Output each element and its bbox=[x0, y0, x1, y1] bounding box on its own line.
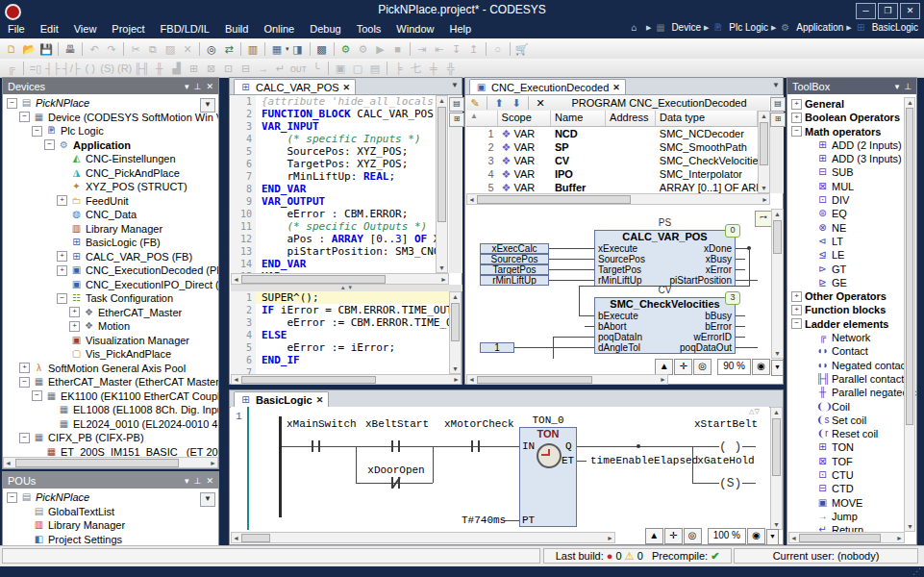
toolbar-dropdown-icon[interactable]: ▾ bbox=[286, 45, 289, 53]
coil-label-xgatehold[interactable]: xGateHold bbox=[690, 455, 762, 466]
toolbox-item-tof[interactable]: ⊠TOF bbox=[787, 455, 916, 468]
toolbar-button-store[interactable]: 🛒 bbox=[514, 41, 530, 57]
menu-item-project[interactable]: Project bbox=[104, 21, 152, 37]
pin-icon[interactable]: ⊥ bbox=[194, 476, 202, 486]
contact-xbeltstart[interactable] bbox=[398, 440, 400, 452]
minimize-button[interactable]: ─ bbox=[856, 3, 876, 19]
toolbar-button-step-into[interactable]: ⇤ bbox=[432, 41, 447, 57]
tree-item-cnc-data[interactable]: ◍CNC_Data bbox=[3, 208, 218, 222]
select-cursor-icon[interactable]: ▲ bbox=[655, 359, 673, 375]
input-pin-xexecute[interactable]: xExecute bbox=[598, 243, 637, 254]
fbd-network-editor[interactable]: PSCALC_VAR_POSxExecutexDoneSourcePosxBus… bbox=[466, 205, 758, 359]
contact-label-xbeltstart[interactable]: xBeltStart bbox=[365, 418, 427, 430]
sort-column-header[interactable]: ▲ bbox=[466, 111, 498, 126]
toolbox-category-other-operators[interactable]: +Other Operators bbox=[787, 289, 916, 303]
declaration-vscrollbar[interactable]: ▲▼ bbox=[436, 95, 448, 273]
expander-icon[interactable]: − bbox=[57, 293, 67, 304]
toolbar-button-ladder-tof[interactable]: ⊠ bbox=[204, 61, 219, 76]
input-pin-targetpos[interactable]: TargetPos bbox=[598, 264, 641, 275]
tree-item-plc-logic[interactable]: −🖹Plc Logic bbox=[3, 124, 218, 138]
editor1-hscrollbar[interactable]: ◄► bbox=[231, 374, 462, 385]
zoom-fit-icon[interactable]: ◉ bbox=[747, 528, 765, 544]
fbd-block-smc-checkvelocities[interactable]: SMC_CheckVelocitiesbExecutebBusybAbortbE… bbox=[594, 297, 736, 354]
toolbox-item-add-2-inputs[interactable]: ⊞ADD (2 Inputs) bbox=[787, 138, 916, 152]
expander-icon[interactable]: + bbox=[791, 291, 802, 302]
menu-item-window[interactable]: Window bbox=[388, 21, 441, 37]
toolbar-button-paste[interactable]: ▨ bbox=[162, 41, 178, 57]
toolbar-button-cut[interactable]: ✂ bbox=[128, 41, 143, 57]
tree-item-library-manager[interactable]: ▥Library Manager bbox=[3, 518, 218, 533]
toolbox-item-ctu[interactable]: ⊡CTU bbox=[787, 468, 916, 482]
toolbox-item-add-3-inputs[interactable]: ⊞ADD (3 Inputs) bbox=[787, 152, 916, 165]
toolbox-item-gt[interactable]: ⊳GT bbox=[787, 263, 916, 276]
zoom-dropdown-icon[interactable]: ▼ bbox=[766, 529, 779, 545]
fbd-operand-sourcepos[interactable]: SourcePos bbox=[480, 254, 549, 264]
toolbar-button-ladder-ab[interactable]: ▟ bbox=[169, 61, 185, 76]
input-pin-babort[interactable]: bAbort bbox=[598, 321, 626, 332]
menu-item-online[interactable]: Online bbox=[256, 21, 302, 37]
tree-item-vis-pickandplace[interactable]: ▢Vis_PickAndPlace bbox=[3, 347, 218, 362]
toolbar-button-reset[interactable]: ○ bbox=[490, 41, 506, 57]
expander-icon[interactable]: + bbox=[791, 113, 802, 123]
pan-icon[interactable]: ✛ bbox=[664, 528, 683, 544]
toolbar-button-ladder-parallel-negated[interactable]: ╫ bbox=[152, 61, 167, 76]
toolbar-button-replace[interactable]: ⇄ bbox=[221, 41, 237, 57]
pin-icon[interactable]: ⊥ bbox=[904, 82, 912, 91]
output-pin-bbusy[interactable]: bBusy bbox=[705, 311, 732, 321]
toolbox-item-sub[interactable]: ⊟SUB bbox=[787, 165, 916, 179]
expander-icon[interactable]: − bbox=[791, 126, 802, 137]
tree-item-picknplace[interactable]: −▤PickNPlace bbox=[3, 96, 218, 111]
contact-xmainswitch[interactable] bbox=[312, 440, 313, 452]
toolbar-button-ladder-branch3[interactable]: ╪ bbox=[426, 61, 441, 76]
close-tab-icon[interactable]: ✕ bbox=[316, 395, 324, 405]
close-icon[interactable]: ✕ bbox=[206, 82, 213, 91]
table-vscrollbar[interactable]: ▲▼ bbox=[758, 111, 770, 193]
tree-item-motion[interactable]: +❖Motion bbox=[3, 319, 218, 334]
tab-cnc-execution-decoded[interactable]: ▣ CNC_ExecutionDecoded ✕ bbox=[469, 79, 626, 94]
toolbar-button-logout[interactable]: ⚙ bbox=[356, 41, 371, 57]
expander-icon[interactable]: + bbox=[57, 265, 67, 276]
menu-item-help[interactable]: Help bbox=[441, 21, 479, 37]
breadcrumb-item-plc-logic[interactable]: 🖹Plc Logic bbox=[712, 22, 768, 33]
dropdown-icon[interactable]: ▾ bbox=[895, 82, 900, 91]
implementation-vscrollbar[interactable]: ▲▼ bbox=[449, 291, 462, 374]
close-tab-icon[interactable]: ✕ bbox=[343, 83, 351, 92]
toolbar-button-ladder-set-coil[interactable]: (S) bbox=[100, 61, 115, 76]
toolbox-item-jump[interactable]: →Jump bbox=[787, 510, 916, 523]
column-header-name[interactable]: Name bbox=[551, 111, 606, 126]
toolbar-button-ladder-box2[interactable]: ▢ bbox=[350, 61, 365, 76]
toolbar-button-new-object[interactable]: ◨ bbox=[290, 41, 306, 57]
tree-item-ethercat-master-ethercat-master[interactable]: −▦EtherCAT_Master (EtherCAT Master) bbox=[3, 375, 218, 389]
toolbox-category-general[interactable]: +General bbox=[787, 97, 916, 111]
tree-item-cifx-pb-cifx-pb[interactable]: −▦CIFX_PB (CIFX-PB) bbox=[3, 431, 218, 445]
expander-icon[interactable]: − bbox=[19, 112, 30, 122]
column-header-data-type[interactable]: Data type bbox=[656, 111, 758, 126]
zoom-dropdown-icon[interactable]: ▼ bbox=[771, 360, 784, 376]
output-pin-poqdataout[interactable]: poqDataOut bbox=[680, 342, 732, 353]
table-row[interactable]: 1❖VARNCDSMC_NCDecoder bbox=[466, 127, 758, 140]
fbd-block-calc-var-pos[interactable]: CALC_VAR_POSxExecutexDoneSourcePosxBusyT… bbox=[594, 230, 736, 287]
breadcrumb-item-device[interactable]: ▦Device bbox=[654, 22, 701, 33]
toolbox-item-parallel-contact[interactable]: ╟╢Parallel contact bbox=[787, 372, 916, 386]
magnifier-icon[interactable]: ◎ bbox=[684, 528, 702, 544]
breadcrumb-item-basiclogic[interactable]: ⊞BasicLogic bbox=[855, 22, 918, 33]
tree-item-globaltextlist[interactable]: ▤GlobalTextList bbox=[3, 505, 218, 519]
toolbar-button-ladder-ton[interactable]: ⊞ bbox=[187, 61, 202, 76]
toolbox-item-eq[interactable]: ⊜EQ bbox=[787, 207, 916, 220]
expander-icon[interactable]: − bbox=[32, 126, 42, 137]
breadcrumb-item-application[interactable]: ⚙Application bbox=[779, 22, 843, 33]
connection-mode-icon[interactable]: ⌐▪ bbox=[755, 211, 772, 227]
menu-item-build[interactable]: Build bbox=[217, 21, 256, 37]
column-header-address[interactable]: Address bbox=[606, 111, 656, 126]
expander-icon[interactable]: − bbox=[19, 433, 30, 443]
declaration-hscrollbar[interactable]: ◄► bbox=[231, 273, 449, 285]
tree-item-visualization-manager[interactable]: ▣Visualization Manager bbox=[3, 334, 218, 348]
tree-item-basiclogic-fb[interactable]: ⊞BasicLogic (FB) bbox=[3, 236, 218, 250]
output-pin-berror[interactable]: bError bbox=[705, 321, 732, 332]
tree-item-ek1100-ek1100-ethercat-coupler-0-5[interactable]: −▦EK1100 (EK1100 EtherCAT Coupler (0.5 bbox=[3, 389, 218, 404]
toolbar-button-ladder-contact[interactable]: ┤├ bbox=[45, 61, 61, 76]
pin-icon[interactable]: ⊥ bbox=[194, 82, 202, 91]
output-pin-xdone[interactable]: xDone bbox=[704, 243, 732, 254]
fbd-vscrollbar[interactable]: ▲▼ bbox=[771, 209, 784, 359]
toolbar-button-ladder-box3[interactable]: ▤ bbox=[367, 61, 383, 76]
